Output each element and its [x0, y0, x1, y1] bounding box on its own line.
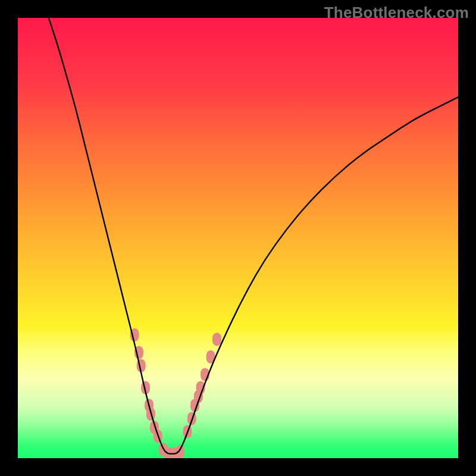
curve-layer [18, 18, 458, 458]
bottleneck-curve [49, 18, 458, 454]
watermark-text: TheBottleneck.com [324, 4, 469, 22]
data-marker [212, 333, 221, 346]
chart-stage: TheBottleneck.com [0, 0, 476, 476]
data-marker [176, 445, 184, 458]
plot-area [18, 18, 458, 458]
marker-group [130, 328, 221, 458]
